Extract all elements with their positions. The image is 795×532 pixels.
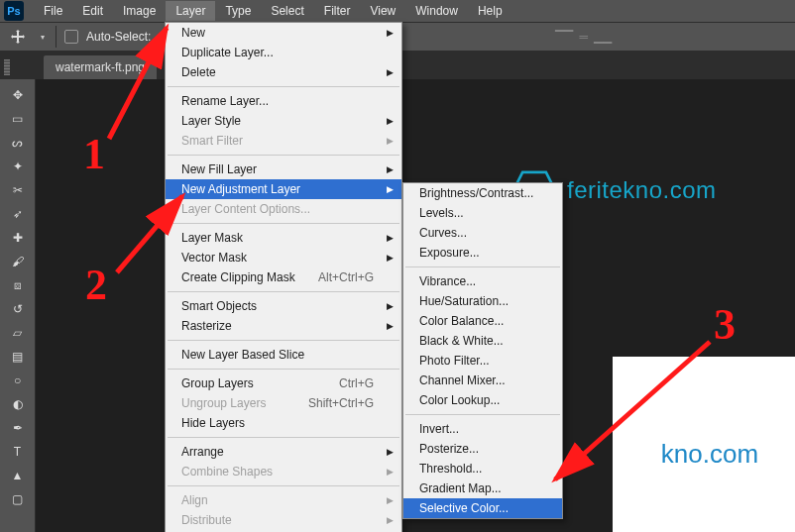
menu-window[interactable]: Window xyxy=(405,1,468,21)
move-tool-indicator[interactable] xyxy=(6,26,30,48)
lasso-tool[interactable]: ᔕ xyxy=(6,133,30,153)
history-brush-tool[interactable]: ↺ xyxy=(6,299,30,319)
layer-menu-arrange[interactable]: Arrange▶ xyxy=(166,442,401,462)
menu-edit[interactable]: Edit xyxy=(72,1,113,21)
move-tool[interactable]: ✥ xyxy=(6,85,30,105)
divider xyxy=(56,26,57,48)
adjust-menu-hue-saturation[interactable]: Hue/Saturation... xyxy=(403,291,562,311)
layer-menu-new-fill-layer[interactable]: New Fill Layer▶ xyxy=(166,160,401,179)
auto-select-checkbox[interactable] xyxy=(64,30,78,44)
magic-wand-tool[interactable]: ✦ xyxy=(6,157,30,176)
path-select-tool[interactable]: ▲ xyxy=(6,466,30,485)
layer-menu-new[interactable]: New▶ xyxy=(166,23,401,43)
layer-menu-smart-objects[interactable]: Smart Objects▶ xyxy=(166,296,401,316)
adjust-menu-vibrance[interactable]: Vibrance... xyxy=(403,271,562,291)
layer-menu-rasterize[interactable]: Rasterize▶ xyxy=(166,316,401,336)
menu-item-label: Vibrance... xyxy=(419,274,476,288)
eraser-tool[interactable]: ▱ xyxy=(6,323,30,343)
menu-item-label: Layer Style xyxy=(181,114,241,128)
menu-select[interactable]: Select xyxy=(261,1,313,21)
submenu-arrow-icon: ▶ xyxy=(387,515,394,525)
menu-item-label: Exposure... xyxy=(419,246,480,260)
adjust-menu-invert[interactable]: Invert... xyxy=(403,419,562,439)
layer-menu-group-layers[interactable]: Group LayersCtrl+G xyxy=(166,373,401,393)
menu-layer[interactable]: Layer xyxy=(166,1,215,21)
eyedropper-tool[interactable]: ➶ xyxy=(6,204,30,224)
submenu-arrow-icon: ▶ xyxy=(387,447,394,457)
adjust-menu-photo-filter[interactable]: Photo Filter... xyxy=(403,351,562,371)
annotation-1: 1 xyxy=(83,129,105,179)
layer-menu-ungroup-layers: Ungroup LayersShift+Ctrl+G xyxy=(166,393,401,413)
rect-marquee-tool[interactable]: ▭ xyxy=(6,109,30,129)
submenu-arrow-icon: ▶ xyxy=(387,467,394,477)
adjust-menu-color-balance[interactable]: Color Balance... xyxy=(403,311,562,331)
adjust-menu-color-lookup[interactable]: Color Lookup... xyxy=(403,390,562,410)
menu-item-label: Smart Filter xyxy=(181,134,243,148)
gradient-tool[interactable]: ▤ xyxy=(6,347,30,367)
menu-item-label: Invert... xyxy=(419,422,459,436)
layer-menu-separator xyxy=(168,223,399,224)
blur-tool[interactable]: ○ xyxy=(6,371,30,390)
menu-image[interactable]: Image xyxy=(113,1,166,21)
menu-item-label: Photo Filter... xyxy=(419,354,490,368)
menu-item-label: Hide Layers xyxy=(181,416,245,430)
layer-menu-create-clipping-mask[interactable]: Create Clipping MaskAlt+Ctrl+G xyxy=(166,267,401,287)
layer-menu-new-adjustment-layer[interactable]: New Adjustment Layer▶ xyxy=(166,179,401,199)
white-card: kno.com xyxy=(613,357,795,532)
submenu-arrow-icon: ▶ xyxy=(387,116,394,126)
brush-tool[interactable]: 🖌 xyxy=(6,252,30,271)
adjust-menu-gradient-map[interactable]: Gradient Map... xyxy=(403,479,562,498)
tool-panel: ✥▭ᔕ✦✂➶✚🖌⧇↺▱▤○◐✒T▲▢ xyxy=(0,79,36,532)
menu-shortcut: Ctrl+G xyxy=(339,376,374,390)
dodge-tool[interactable]: ◐ xyxy=(6,394,30,414)
layer-menu-hide-layers[interactable]: Hide Layers xyxy=(166,413,401,433)
submenu-arrow-icon: ▶ xyxy=(387,253,394,263)
adjust-menu-posterize[interactable]: Posterize... xyxy=(403,439,562,459)
app-logo[interactable]: Ps xyxy=(4,1,24,21)
adjust-menu-selective-color[interactable]: Selective Color... xyxy=(403,498,562,518)
layer-menu-delete[interactable]: Delete▶ xyxy=(166,62,401,82)
align-controls-group: ▔▔ ═ ▁▁ xyxy=(555,30,612,44)
menu-item-label: Group Layers xyxy=(181,376,254,390)
adjust-menu-black-white[interactable]: Black & White... xyxy=(403,331,562,351)
clone-stamp-tool[interactable]: ⧇ xyxy=(6,275,30,295)
document-tab[interactable]: watermark-ft.png xyxy=(44,55,157,79)
menu-type[interactable]: Type xyxy=(215,1,261,21)
adjust-menu-curves[interactable]: Curves... xyxy=(403,223,562,243)
layer-menu-rename-layer[interactable]: Rename Layer... xyxy=(166,91,401,111)
spot-heal-tool[interactable]: ✚ xyxy=(6,228,30,248)
pen-tool[interactable]: ✒ xyxy=(6,418,30,438)
layer-menu-separator xyxy=(168,369,399,370)
submenu-arrow-icon: ▶ xyxy=(387,184,394,194)
menu-item-label: Posterize... xyxy=(419,442,479,456)
crop-tool[interactable]: ✂ xyxy=(6,180,30,200)
menu-item-label: Hue/Saturation... xyxy=(419,294,509,308)
menu-item-label: New Layer Based Slice xyxy=(181,348,304,362)
menu-view[interactable]: View xyxy=(360,1,405,21)
type-tool[interactable]: T xyxy=(6,442,30,462)
align-top-icon[interactable]: ▔▔ xyxy=(555,30,573,44)
menu-help[interactable]: Help xyxy=(468,1,512,21)
menu-filter[interactable]: Filter xyxy=(314,1,361,21)
layer-menu-duplicate-layer[interactable]: Duplicate Layer... xyxy=(166,43,401,62)
layer-menu-vector-mask[interactable]: Vector Mask▶ xyxy=(166,248,401,267)
tool-panel-grip[interactable] xyxy=(4,59,10,75)
menu-item-label: New xyxy=(181,26,205,40)
rectangle-tool[interactable]: ▢ xyxy=(6,489,30,509)
menu-item-label: Rasterize xyxy=(181,319,232,333)
adjust-menu-threshold[interactable]: Threshold... xyxy=(403,459,562,479)
menu-item-label: Combine Shapes xyxy=(181,465,273,479)
align-bottom-icon[interactable]: ▁▁ xyxy=(594,30,612,44)
menu-file[interactable]: File xyxy=(34,1,72,21)
adjust-menu-channel-mixer[interactable]: Channel Mixer... xyxy=(403,371,562,390)
layer-menu-layer-style[interactable]: Layer Style▶ xyxy=(166,111,401,131)
adjust-menu-brightness-contrast[interactable]: Brightness/Contrast... xyxy=(403,183,562,203)
menu-shortcut: Shift+Ctrl+G xyxy=(308,396,374,410)
adjust-menu-exposure[interactable]: Exposure... xyxy=(403,243,562,263)
align-vcenter-icon[interactable]: ═ xyxy=(579,30,588,44)
adjust-menu-levels[interactable]: Levels... xyxy=(403,203,562,223)
layer-menu-layer-mask[interactable]: Layer Mask▶ xyxy=(166,228,401,248)
tool-preset-caret[interactable]: ▾ xyxy=(38,27,48,47)
layer-menu-new-layer-based-slice[interactable]: New Layer Based Slice xyxy=(166,345,401,365)
submenu-arrow-icon: ▶ xyxy=(387,28,394,38)
